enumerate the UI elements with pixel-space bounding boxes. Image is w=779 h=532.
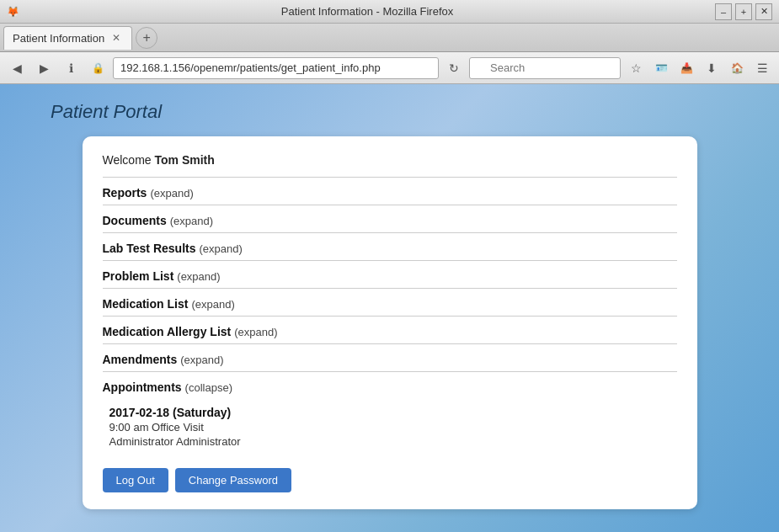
minimize-button[interactable]: –	[715, 3, 732, 20]
section-action: (expand)	[200, 242, 243, 255]
back-button[interactable]: ◀	[5, 56, 29, 80]
home-icon[interactable]: 🏠	[725, 56, 749, 80]
section-label: Lab Test Results	[103, 242, 196, 255]
section-action: (expand)	[180, 354, 223, 366]
section-row[interactable]: Medication Allergy List (expand)	[103, 316, 677, 343]
section-action: (collapse)	[185, 381, 232, 394]
tab-close-button[interactable]: ✕	[109, 31, 123, 45]
pocket-icon[interactable]: 📥	[675, 56, 698, 80]
address-bar[interactable]	[113, 57, 439, 79]
section-action: (expand)	[191, 298, 234, 311]
appointment-time-type: 9:00 am Office Visit	[109, 421, 677, 434]
section-label: Amendments	[103, 353, 178, 366]
firefox-icon: 🦊	[7, 6, 19, 18]
section-action: (expand)	[177, 270, 220, 283]
section-label: Medication Allergy List	[103, 325, 232, 338]
title-bar-left: 🦊	[7, 6, 19, 18]
section-label: Reports	[103, 186, 147, 200]
section-row[interactable]: Problem List (expand)	[103, 260, 677, 288]
section-label: Documents	[103, 214, 167, 227]
section-row[interactable]: Appointments (collapse)	[103, 371, 677, 399]
section-row[interactable]: Documents (expand)	[103, 205, 677, 232]
sections-container: Reports (expand)Documents (expand)Lab Te…	[103, 177, 677, 399]
appointment-block: 2017-02-18 (Saturday) 9:00 am Office Vis…	[103, 399, 677, 455]
window-controls: – + ✕	[715, 3, 772, 20]
section-action: (expand)	[170, 215, 213, 227]
reload-button[interactable]: ↻	[442, 56, 466, 80]
maximize-button[interactable]: +	[735, 3, 752, 20]
section-label: Problem List	[103, 269, 174, 283]
search-wrapper: 🔍	[469, 57, 621, 79]
section-row[interactable]: Medication List (expand)	[103, 288, 677, 316]
appointment-provider: Administrator Administrator	[109, 435, 677, 448]
identity-icon[interactable]: 🪪	[649, 56, 673, 80]
page-heading: Patient Portal	[51, 101, 162, 123]
info-icon[interactable]: ℹ	[59, 56, 83, 80]
forward-button[interactable]: ▶	[32, 56, 56, 80]
browser-content: Patient Portal Welcome Tom Smith Reports…	[0, 84, 779, 532]
welcome-line: Welcome Tom Smith	[103, 153, 677, 167]
section-label: Medication List	[103, 297, 189, 311]
title-bar: 🦊 Patient Information - Mozilla Firefox …	[0, 0, 779, 24]
buttons-row: Log Out Change Password	[103, 468, 677, 492]
lock-icon[interactable]: 🔒	[86, 56, 109, 80]
section-row[interactable]: Lab Test Results (expand)	[103, 232, 677, 260]
download-icon[interactable]: ⬇	[700, 56, 723, 80]
close-button[interactable]: ✕	[755, 3, 772, 20]
change-password-button[interactable]: Change Password	[175, 468, 291, 492]
tab-bar: Patient Information ✕ +	[0, 24, 779, 52]
patient-name: Tom Smith	[154, 153, 214, 167]
section-action: (expand)	[150, 187, 193, 200]
nav-bar: ◀ ▶ ℹ 🔒 ↻ 🔍 ☆ 🪪 📥 ⬇ 🏠 ☰	[0, 52, 779, 84]
section-row[interactable]: Reports (expand)	[103, 177, 677, 205]
nav-icons: ☆ 🪪 📥 ⬇ 🏠 ☰	[624, 56, 774, 80]
patient-card: Welcome Tom Smith Reports (expand)Docume…	[83, 136, 697, 509]
tab-label: Patient Information	[13, 32, 104, 45]
active-tab[interactable]: Patient Information ✕	[3, 26, 132, 50]
bookmark-icon[interactable]: ☆	[624, 56, 648, 80]
appointment-date: 2017-02-18 (Saturday)	[109, 406, 677, 419]
new-tab-button[interactable]: +	[136, 27, 157, 49]
section-row[interactable]: Amendments (expand)	[103, 343, 677, 371]
menu-icon[interactable]: ☰	[750, 56, 774, 80]
window-title: Patient Information - Mozilla Firefox	[19, 5, 715, 18]
logout-button[interactable]: Log Out	[103, 468, 168, 492]
section-label: Appointments	[103, 380, 182, 394]
welcome-prefix: Welcome	[103, 153, 155, 167]
section-action: (expand)	[234, 326, 277, 338]
search-input[interactable]	[469, 57, 621, 79]
